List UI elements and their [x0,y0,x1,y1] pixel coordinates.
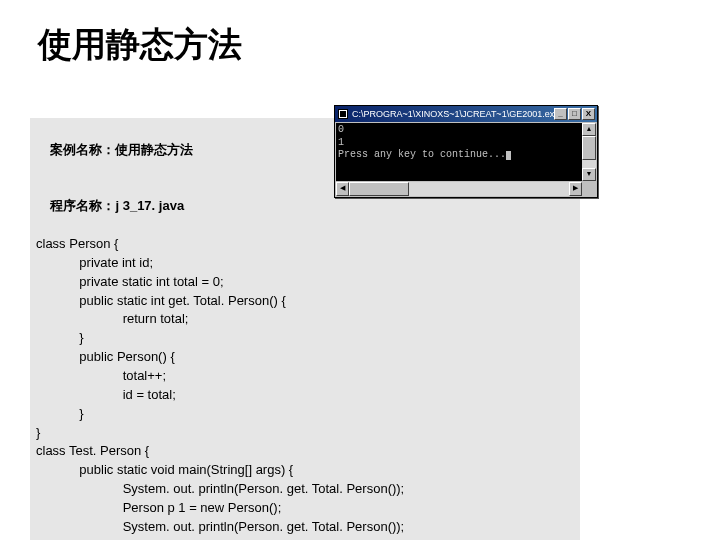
console-line: 0 [338,124,344,135]
code-line: return total; [36,310,574,329]
code-line: System. out. println(Person. get. Total.… [36,518,574,537]
code-line: } [36,329,574,348]
code-line: System. out. println(Person. get. Total.… [36,480,574,499]
code-line: Person p 1 = new Person(); [36,499,574,518]
scroll-up-button[interactable]: ▲ [582,123,596,136]
program-name-label: 程序名称： [50,198,115,213]
svg-rect-2 [340,111,346,117]
console-titlebar[interactable]: C:\PROGRA~1\XINOXS~1\JCREAT~1\GE2001.exe… [335,106,597,122]
case-name-value: 使用静态方法 [115,142,193,157]
code-line: public Person() { [36,348,574,367]
code-line: total++; [36,367,574,386]
horizontal-scrollbar[interactable]: ◀ ▶ [336,182,582,196]
code-line: class Test. Person { [36,442,574,461]
close-button[interactable]: X [582,108,595,120]
code-line: private static int total = 0; [36,273,574,292]
code-line: } [36,537,574,540]
console-line: Press any key to continue... [338,149,506,160]
console-output: 0 1 Press any key to continue... [336,123,582,181]
case-name-label: 案例名称： [50,142,115,157]
scroll-thumb[interactable] [582,136,596,160]
maximize-button[interactable]: □ [568,108,581,120]
console-line: 1 [338,137,344,148]
scroll-right-button[interactable]: ▶ [569,182,582,196]
slide-title: 使用静态方法 [0,0,720,68]
code-line: class Person { [36,235,574,254]
cursor-icon [506,151,511,160]
code-line: public static void main(String[] args) { [36,461,574,480]
resize-grip[interactable] [582,182,596,196]
code-line: public static int get. Total. Person() { [36,292,574,311]
code-line: id = total; [36,386,574,405]
scroll-down-button[interactable]: ▼ [582,168,596,181]
code-line: } [36,405,574,424]
scroll-track[interactable] [582,136,596,168]
console-app-icon [337,108,349,120]
minimize-button[interactable]: _ [554,108,567,120]
console-title-text: C:\PROGRA~1\XINOXS~1\JCREAT~1\GE2001.exe [352,109,554,119]
vertical-scrollbar[interactable]: ▲ ▼ [582,123,596,181]
scroll-thumb[interactable] [349,182,409,196]
scroll-left-button[interactable]: ◀ [336,182,349,196]
code-line: } [36,424,574,443]
console-window: C:\PROGRA~1\XINOXS~1\JCREAT~1\GE2001.exe… [334,105,598,198]
program-name-value: j 3_17. java [115,198,184,213]
code-line: private int id; [36,254,574,273]
scroll-track[interactable] [349,182,569,196]
